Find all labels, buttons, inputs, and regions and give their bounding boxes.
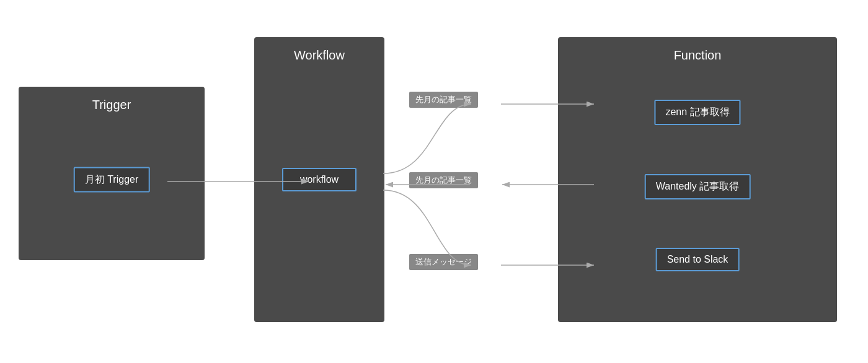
arrow-label-bottom: 送信メッセージ — [409, 254, 478, 270]
wantedly-node[interactable]: Wantedly 記事取得 — [645, 174, 751, 199]
workflow-panel-label: Workflow — [294, 48, 345, 63]
function-panel: Function zenn 記事取得 Wantedly 記事取得 Send to… — [558, 37, 837, 322]
arrow-label-top: 先月の記事一覧 — [409, 92, 478, 108]
arrow-label-middle: 先月の記事一覧 — [409, 172, 478, 188]
function-panel-label: Function — [674, 48, 722, 63]
canvas: Trigger 月初 Trigger Workflow workflow Fun… — [0, 0, 868, 363]
trigger-node[interactable]: 月初 Trigger — [74, 167, 150, 193]
workflow-panel: Workflow workflow — [254, 37, 384, 322]
trigger-panel-label: Trigger — [92, 98, 131, 112]
arrow-workflow-to-zenn-label — [383, 104, 471, 173]
slack-node[interactable]: Send to Slack — [656, 248, 740, 271]
trigger-panel: Trigger 月初 Trigger — [19, 87, 205, 260]
zenn-node[interactable]: zenn 記事取得 — [654, 100, 740, 125]
workflow-node[interactable]: workflow — [282, 168, 356, 191]
